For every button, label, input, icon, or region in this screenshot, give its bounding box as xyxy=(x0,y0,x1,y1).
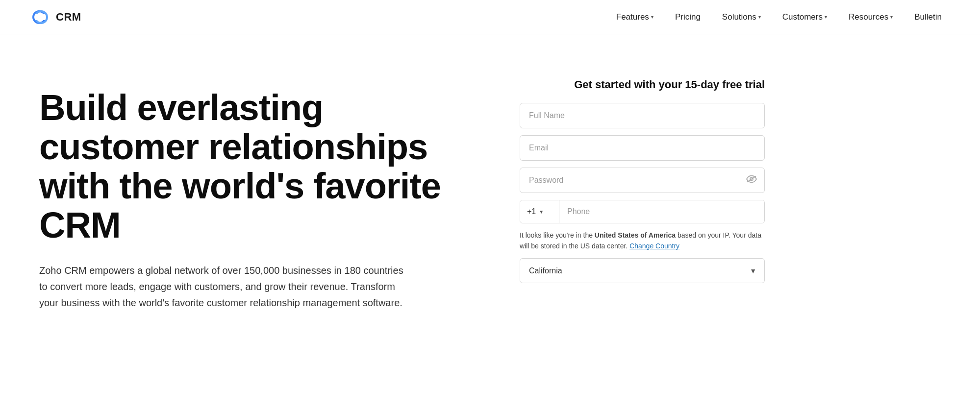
phone-group: +1 ▼ xyxy=(520,200,765,223)
nav-customers[interactable]: Customers ▾ xyxy=(774,8,836,26)
hero-title: Build everlasting customer relationships… xyxy=(39,88,480,245)
full-name-group xyxy=(520,103,765,128)
logo-area[interactable]: CRM xyxy=(29,6,81,28)
nav-resources[interactable]: Resources ▾ xyxy=(840,8,902,26)
solutions-chevron-icon: ▾ xyxy=(758,14,761,20)
signup-form-section: Get started with your 15-day free trial xyxy=(520,73,765,290)
nav-pricing[interactable]: Pricing xyxy=(666,8,709,26)
nav-features[interactable]: Features ▾ xyxy=(607,8,662,26)
main-content: Build everlasting customer relationships… xyxy=(0,34,980,412)
nav-bulletin[interactable]: Bulletin xyxy=(905,8,951,26)
phone-country-code: +1 xyxy=(527,207,536,216)
nav-solutions[interactable]: Solutions ▾ xyxy=(713,8,770,26)
customers-chevron-icon: ▾ xyxy=(825,14,827,20)
email-input[interactable] xyxy=(520,135,765,161)
email-group xyxy=(520,135,765,161)
form-title: Get started with your 15-day free trial xyxy=(520,78,765,91)
ip-notice-prefix: It looks like you're in the xyxy=(520,231,595,239)
full-name-input[interactable] xyxy=(520,103,765,128)
signup-form: +1 ▼ It looks like you're in the United … xyxy=(520,103,765,283)
features-chevron-icon: ▾ xyxy=(651,14,653,20)
ip-notice: It looks like you're in the United State… xyxy=(520,230,765,251)
change-country-link[interactable]: Change Country xyxy=(629,242,679,250)
password-group xyxy=(520,168,765,193)
resources-chevron-icon: ▾ xyxy=(890,14,893,20)
state-group: California Alabama Alaska Arizona Arkans… xyxy=(520,258,765,283)
header: CRM Features ▾ Pricing Solutions ▾ Custo… xyxy=(0,0,980,34)
hero-description: Zoho CRM empowers a global network of ov… xyxy=(39,263,412,311)
phone-input[interactable] xyxy=(559,200,764,223)
password-visibility-toggle[interactable] xyxy=(746,175,757,186)
phone-country-selector[interactable]: +1 ▼ xyxy=(520,200,559,223)
main-nav: Features ▾ Pricing Solutions ▾ Customers… xyxy=(607,8,951,26)
logo-text: CRM xyxy=(56,11,81,24)
password-input[interactable] xyxy=(520,168,765,193)
logo-icon xyxy=(29,6,51,28)
phone-country-chevron-icon: ▼ xyxy=(539,209,544,215)
state-select[interactable]: California Alabama Alaska Arizona Arkans… xyxy=(520,259,764,283)
hero-section: Build everlasting customer relationships… xyxy=(39,73,480,311)
ip-notice-country: United States of America xyxy=(595,231,676,239)
